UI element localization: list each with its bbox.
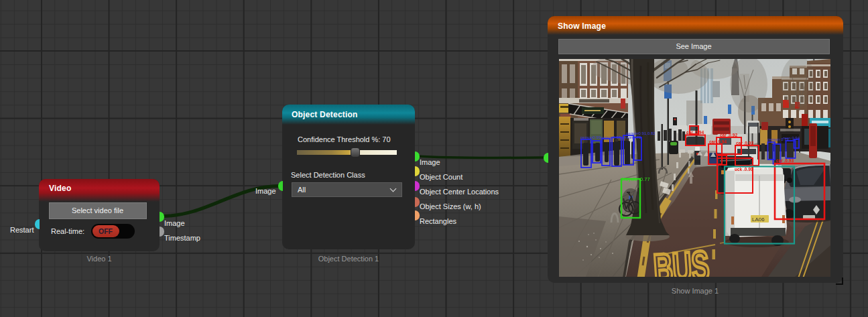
svg-text:person0.99person0.98person1.73: person0.99person0.98person1.73: [580, 135, 641, 139]
svg-text:person0.91,0.82: person0.91,0.82: [626, 131, 656, 135]
svg-text:uck .0.99: uck .0.99: [735, 167, 753, 172]
svg-text:BUS: BUS: [652, 242, 710, 277]
svg-text:car .0.93: car .0.93: [776, 158, 794, 163]
svg-text:rson 0.94: rson 0.94: [783, 136, 800, 140]
svg-text:car .0.94: car .0.94: [686, 130, 704, 135]
svg-text:bicycle :0.77: bicycle :0.77: [622, 176, 650, 182]
svg-text:LA06: LA06: [752, 216, 765, 223]
svg-text:car .0.94: car .0.94: [709, 139, 727, 144]
svg-text:car .0.92: car .0.92: [720, 133, 737, 137]
svg-text:car .0.93: car .0.93: [736, 141, 753, 145]
